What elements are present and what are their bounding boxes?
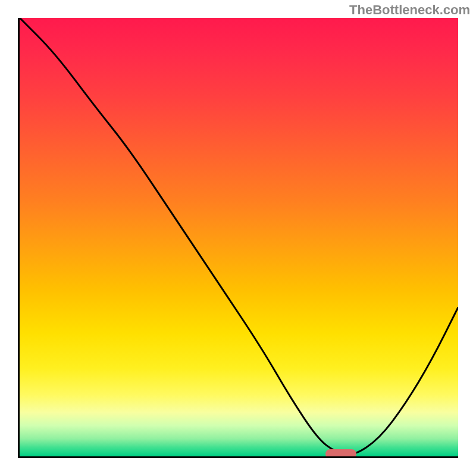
optimal-marker: [325, 449, 356, 458]
watermark-text: TheBottleneck.com: [349, 2, 470, 18]
chart-plot-area: [18, 18, 458, 458]
chart-curve-svg: [20, 18, 458, 456]
chart-curve-path: [20, 18, 458, 455]
